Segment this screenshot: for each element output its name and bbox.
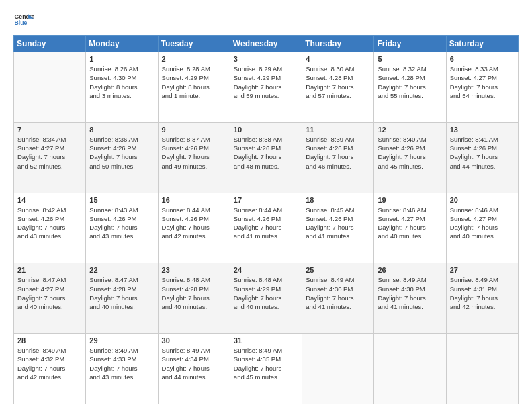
day-number: 9 (162, 126, 226, 134)
calendar-cell: 30Sunrise: 8:49 AMSunset: 4:34 PMDayligh… (158, 334, 230, 404)
info-line: Sunrise: 8:49 AM (450, 276, 498, 283)
calendar-cell: 14Sunrise: 8:42 AMSunset: 4:26 PMDayligh… (14, 193, 86, 263)
day-number: 16 (162, 196, 226, 204)
info-line: Sunset: 4:31 PM (450, 285, 497, 293)
info-line: Sunset: 4:33 PM (89, 355, 136, 363)
info-line: Sunset: 4:27 PM (450, 215, 497, 222)
info-line: Sunset: 4:27 PM (450, 74, 497, 81)
info-line: Sunset: 4:30 PM (89, 74, 136, 81)
cell-info: Sunrise: 8:37 AMSunset: 4:26 PMDaylight:… (162, 135, 226, 171)
day-number: 23 (162, 266, 226, 274)
info-line: Sunset: 4:28 PM (89, 285, 136, 293)
cell-info: Sunrise: 8:49 AMSunset: 4:35 PMDaylight:… (234, 346, 298, 381)
calendar-cell: 25Sunrise: 8:49 AMSunset: 4:30 PMDayligh… (302, 263, 374, 334)
calendar-cell: 28Sunrise: 8:49 AMSunset: 4:32 PMDayligh… (14, 334, 86, 404)
info-line: and 46 minutes. (306, 163, 351, 170)
calendar-cell: 24Sunrise: 8:48 AMSunset: 4:29 PMDayligh… (230, 263, 302, 334)
info-line: and 54 minutes. (450, 92, 496, 99)
info-line: Daylight: 7 hours (306, 224, 353, 231)
cell-info: Sunrise: 8:49 AMSunset: 4:30 PMDaylight:… (378, 275, 442, 311)
info-line: and 43 minutes. (89, 232, 135, 240)
info-line: Sunrise: 8:44 AM (234, 206, 282, 214)
info-line: and 41 minutes. (378, 303, 423, 310)
info-line: Sunrise: 8:49 AM (89, 347, 138, 354)
cell-info: Sunrise: 8:48 AMSunset: 4:28 PMDaylight:… (162, 275, 226, 311)
info-line: Daylight: 7 hours (378, 83, 425, 91)
calendar-cell: 17Sunrise: 8:44 AMSunset: 4:26 PMDayligh… (230, 193, 302, 263)
calendar-cell: 31Sunrise: 8:49 AMSunset: 4:35 PMDayligh… (230, 334, 302, 404)
info-line: and 43 minutes. (17, 232, 63, 240)
info-line: Sunrise: 8:30 AM (306, 65, 354, 73)
calendar-cell: 26Sunrise: 8:49 AMSunset: 4:30 PMDayligh… (374, 263, 446, 334)
info-line: Daylight: 7 hours (378, 153, 425, 161)
day-header-thursday: Thursday (302, 36, 374, 52)
info-line: Sunrise: 8:48 AM (162, 276, 210, 283)
calendar-table: SundayMondayTuesdayWednesdayThursdayFrid… (13, 35, 519, 404)
cell-info: Sunrise: 8:42 AMSunset: 4:26 PMDaylight:… (17, 205, 82, 241)
info-line: Sunrise: 8:39 AM (306, 136, 354, 143)
day-number: 24 (234, 266, 298, 274)
calendar-cell: 16Sunrise: 8:44 AMSunset: 4:26 PMDayligh… (158, 193, 230, 263)
calendar-cell: 19Sunrise: 8:46 AMSunset: 4:27 PMDayligh… (374, 193, 446, 263)
info-line: Daylight: 7 hours (306, 294, 353, 302)
day-number: 11 (306, 126, 370, 134)
day-number: 17 (234, 196, 298, 204)
cell-info: Sunrise: 8:45 AMSunset: 4:26 PMDaylight:… (306, 205, 370, 241)
info-line: Daylight: 8 hours (89, 83, 137, 91)
calendar-cell: 23Sunrise: 8:48 AMSunset: 4:28 PMDayligh… (158, 263, 230, 334)
info-line: and 41 minutes. (234, 232, 279, 240)
day-number: 13 (450, 126, 515, 134)
info-line: Daylight: 7 hours (450, 153, 498, 161)
cell-info: Sunrise: 8:29 AMSunset: 4:29 PMDaylight:… (234, 64, 298, 100)
info-line: and 41 minutes. (306, 232, 351, 240)
info-line: Sunset: 4:26 PM (162, 144, 209, 152)
info-line: and 42 minutes. (450, 303, 496, 310)
info-line: Sunrise: 8:42 AM (17, 206, 66, 214)
info-line: and 43 minutes. (89, 373, 135, 381)
info-line: Daylight: 7 hours (378, 294, 425, 302)
info-line: Daylight: 7 hours (89, 153, 137, 161)
info-line: Daylight: 7 hours (162, 294, 210, 302)
info-line: Sunset: 4:26 PM (306, 215, 353, 222)
info-line: Sunset: 4:29 PM (234, 74, 281, 81)
calendar-cell: 4Sunrise: 8:30 AMSunset: 4:28 PMDaylight… (302, 52, 374, 123)
logo: General Blue (13, 11, 36, 30)
info-line: Sunrise: 8:49 AM (162, 347, 210, 354)
info-line: and 40 minutes. (17, 303, 63, 310)
info-line: and 50 minutes. (89, 163, 135, 170)
info-line: Sunrise: 8:49 AM (234, 347, 282, 354)
info-line: Sunrise: 8:36 AM (89, 136, 138, 143)
calendar-cell: 27Sunrise: 8:49 AMSunset: 4:31 PMDayligh… (446, 263, 518, 334)
info-line: and 1 minute. (162, 92, 201, 99)
day-number: 22 (89, 266, 154, 274)
day-number: 28 (17, 336, 82, 345)
day-number: 31 (234, 336, 298, 345)
cell-info: Sunrise: 8:49 AMSunset: 4:31 PMDaylight:… (450, 275, 515, 311)
info-line: and 59 minutes. (234, 92, 279, 99)
day-number: 27 (450, 266, 515, 274)
cell-info: Sunrise: 8:40 AMSunset: 4:26 PMDaylight:… (378, 135, 442, 171)
info-line: Sunset: 4:28 PM (162, 285, 209, 293)
cell-info: Sunrise: 8:43 AMSunset: 4:26 PMDaylight:… (89, 205, 154, 241)
calendar-cell (374, 334, 446, 404)
info-line: Sunrise: 8:38 AM (234, 136, 282, 143)
info-line: Sunset: 4:27 PM (378, 215, 425, 222)
logo-icon: General Blue (13, 11, 34, 30)
day-header-wednesday: Wednesday (230, 36, 302, 52)
info-line: Daylight: 7 hours (234, 365, 281, 372)
info-line: Daylight: 7 hours (450, 224, 498, 231)
day-header-sunday: Sunday (14, 36, 86, 52)
info-line: Sunrise: 8:47 AM (89, 276, 138, 283)
day-number: 5 (378, 55, 442, 63)
cell-info: Sunrise: 8:46 AMSunset: 4:27 PMDaylight:… (450, 205, 515, 241)
calendar-cell: 18Sunrise: 8:45 AMSunset: 4:26 PMDayligh… (302, 193, 374, 263)
day-number: 12 (378, 126, 442, 134)
info-line: Sunset: 4:26 PM (234, 144, 281, 152)
calendar-cell (446, 334, 518, 404)
info-line: and 3 minutes. (89, 92, 131, 99)
calendar-cell: 10Sunrise: 8:38 AMSunset: 4:26 PMDayligh… (230, 122, 302, 193)
info-line: Sunrise: 8:32 AM (378, 65, 426, 73)
info-line: and 42 minutes. (17, 373, 63, 381)
cell-info: Sunrise: 8:44 AMSunset: 4:26 PMDaylight:… (234, 205, 298, 241)
page: General Blue SundayMondayTuesdayWednesda… (0, 0, 532, 411)
